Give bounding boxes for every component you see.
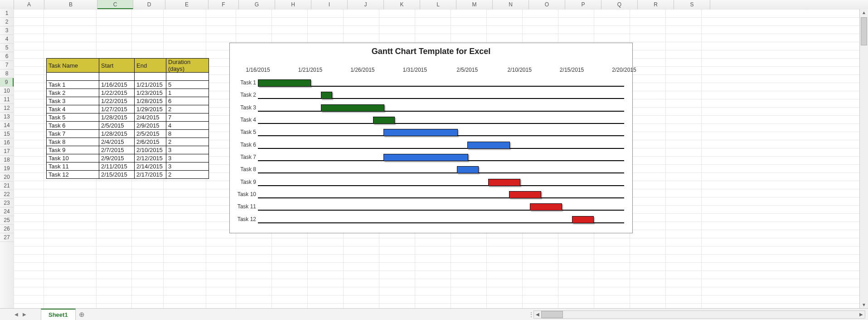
row-head-24[interactable]: 24	[0, 207, 14, 216]
cell-start[interactable]: 1/27/2015	[99, 105, 135, 113]
horizontal-scrollbar[interactable]: ◀ ▶	[533, 310, 865, 319]
row-head-14[interactable]: 14	[0, 121, 14, 130]
th-end[interactable]: End	[135, 59, 166, 73]
table-row[interactable]: Task 112/11/20152/14/20153	[47, 162, 209, 171]
col-head-F[interactable]: F	[209, 0, 239, 9]
row-head-20[interactable]: 20	[0, 173, 14, 182]
row-head-3[interactable]: 3	[0, 26, 14, 35]
row-head-22[interactable]: 22	[0, 190, 14, 199]
cell-end[interactable]: 2/12/2015	[135, 154, 166, 162]
gantt-bar[interactable]	[457, 166, 479, 173]
cell-duration[interactable]: 3	[166, 154, 209, 162]
cell-end[interactable]: 2/10/2015	[135, 146, 166, 154]
row-head-12[interactable]: 12	[0, 104, 14, 113]
col-head-A[interactable]: A	[14, 0, 44, 9]
gantt-bar[interactable]	[509, 191, 541, 198]
col-head-B[interactable]: B	[44, 0, 97, 9]
tab-prev-icon[interactable]: ◀	[15, 312, 18, 317]
cell-duration[interactable]: 2	[166, 105, 209, 113]
row-head-5[interactable]: 5	[0, 44, 14, 52]
cell-duration[interactable]: 7	[166, 113, 209, 122]
gantt-chart[interactable]: Gantt Chart Template for Excel 1/16/2015…	[229, 43, 633, 233]
cell-start[interactable]: 2/7/2015	[99, 146, 135, 154]
row-head-17[interactable]: 17	[0, 147, 14, 156]
cell-name[interactable]: Task 4	[47, 105, 99, 113]
gantt-bar[interactable]	[321, 92, 332, 99]
row-head-15[interactable]: 15	[0, 130, 14, 138]
cell-name[interactable]: Task 10	[47, 154, 99, 162]
cell-name[interactable]: Task 5	[47, 113, 99, 122]
cell-start[interactable]: 2/15/2015	[99, 171, 135, 179]
split-grip-icon[interactable]: ⋮	[529, 309, 533, 320]
gantt-bar[interactable]	[467, 142, 510, 149]
cell-end[interactable]: 2/5/2015	[135, 130, 166, 138]
cell-end[interactable]: 2/4/2015	[135, 113, 166, 122]
col-head-G[interactable]: G	[239, 0, 275, 9]
cell-end[interactable]: 1/23/2015	[135, 89, 166, 97]
cell-start[interactable]: 2/9/2015	[99, 154, 135, 162]
col-head-D[interactable]: D	[133, 0, 165, 9]
gantt-bar[interactable]	[488, 179, 520, 186]
cell-name[interactable]: Task 8	[47, 138, 99, 146]
cell-name[interactable]: Task 12	[47, 171, 99, 179]
gantt-bar[interactable]	[383, 129, 458, 136]
table-row[interactable]: Task 31/22/20151/28/20156	[47, 97, 209, 105]
table-row[interactable]: Task 71/28/20152/5/20158	[47, 130, 209, 138]
cell-end[interactable]: 2/6/2015	[135, 138, 166, 146]
row-head-7[interactable]: 7	[0, 61, 14, 69]
row-head-25[interactable]: 25	[0, 216, 14, 225]
cell-end[interactable]: 1/28/2015	[135, 97, 166, 105]
cell-start[interactable]: 1/16/2015	[99, 81, 135, 89]
tab-next-icon[interactable]: ▶	[23, 312, 26, 317]
row-head-18[interactable]: 18	[0, 156, 14, 164]
col-head-C[interactable]: C	[97, 0, 133, 9]
scroll-left-icon[interactable]: ◀	[534, 312, 541, 317]
table-row[interactable]: Task 51/28/20152/4/20157	[47, 113, 209, 122]
cell-start[interactable]: 1/22/2015	[99, 89, 135, 97]
th-task-name[interactable]: Task Name	[47, 59, 99, 73]
tasks-table[interactable]: Task Name Start End Duration (days) Task…	[46, 58, 209, 179]
cell-end[interactable]: 2/14/2015	[135, 162, 166, 171]
gantt-bar[interactable]	[572, 216, 594, 223]
cell-duration[interactable]: 4	[166, 122, 209, 130]
cell-name[interactable]: Task 6	[47, 122, 99, 130]
cell-duration[interactable]: 6	[166, 97, 209, 105]
cell-start[interactable]: 2/5/2015	[99, 122, 135, 130]
table-row[interactable]: Task 11/16/20151/21/20155	[47, 81, 209, 89]
row-head-10[interactable]: 10	[0, 87, 14, 95]
cell-start[interactable]: 1/28/2015	[99, 113, 135, 122]
table-row[interactable]: Task 122/15/20152/17/20152	[47, 171, 209, 179]
cell-duration[interactable]: 3	[166, 146, 209, 154]
cell-duration[interactable]: 2	[166, 171, 209, 179]
row-head-2[interactable]: 2	[0, 18, 14, 26]
col-head-R[interactable]: R	[638, 0, 674, 9]
col-head-M[interactable]: M	[456, 0, 493, 9]
col-head-J[interactable]: J	[348, 0, 384, 9]
row-head-11[interactable]: 11	[0, 95, 14, 104]
scroll-right-icon[interactable]: ▶	[858, 312, 865, 317]
cell-start[interactable]: 2/11/2015	[99, 162, 135, 171]
row-head-9[interactable]: 9	[0, 78, 14, 87]
cell-end[interactable]: 2/17/2015	[135, 171, 166, 179]
cell-end[interactable]: 2/9/2015	[135, 122, 166, 130]
sheet-tab-active[interactable]: Sheet1	[41, 309, 76, 320]
th-duration[interactable]: Duration (days)	[166, 59, 209, 73]
row-head-23[interactable]: 23	[0, 199, 14, 207]
scroll-up-icon[interactable]: ▲	[860, 9, 868, 16]
gantt-bar[interactable]	[258, 79, 311, 87]
gantt-bar[interactable]	[530, 203, 562, 211]
table-row[interactable]: Task 102/9/20152/12/20153	[47, 154, 209, 162]
gantt-bar[interactable]	[383, 154, 468, 161]
select-all-corner[interactable]	[0, 0, 14, 9]
cell-name[interactable]: Task 3	[47, 97, 99, 105]
cell-start[interactable]: 1/28/2015	[99, 130, 135, 138]
scroll-down-icon[interactable]: ▼	[860, 301, 868, 309]
cell-duration[interactable]: 1	[166, 89, 209, 97]
cell-name[interactable]: Task 7	[47, 130, 99, 138]
add-sheet-button[interactable]: ⊕	[76, 309, 88, 320]
hscroll-thumb[interactable]	[541, 311, 563, 318]
gantt-bar[interactable]	[321, 104, 385, 112]
cell-name[interactable]: Task 1	[47, 81, 99, 89]
vertical-scrollbar[interactable]: ▲ ▼	[859, 9, 868, 309]
table-row[interactable]: Task 21/22/20151/23/20151	[47, 89, 209, 97]
